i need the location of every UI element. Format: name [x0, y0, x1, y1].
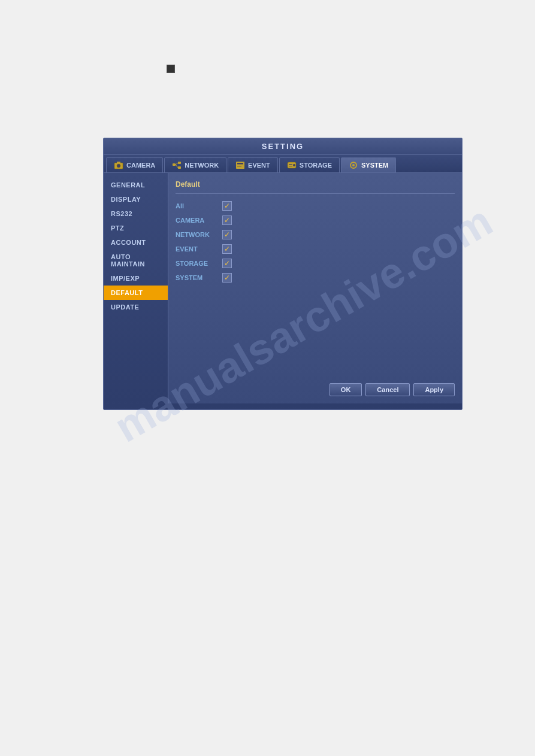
checkbox-system[interactable]: ✓ — [222, 273, 232, 283]
dialog-buttons: OK Cancel Apply — [330, 383, 455, 396]
sidebar: GENERAL DISPLAY RS232 PTZ ACCOUNT AUTO M… — [104, 173, 168, 403]
svg-rect-5 — [178, 166, 181, 169]
sidebar-item-display[interactable]: DISPLAY — [104, 192, 168, 207]
checkbox-row-system: SYSTEM ✓ — [176, 273, 455, 283]
svg-point-1 — [117, 164, 120, 168]
top-camera-icon — [167, 65, 175, 73]
checkbox-storage[interactable]: ✓ — [222, 259, 232, 268]
event-tab-label: EVENT — [248, 162, 270, 169]
dialog-title: SETTING — [104, 138, 462, 155]
camera-tab-icon — [114, 161, 123, 169]
svg-line-6 — [176, 163, 178, 165]
checkbox-label-camera: CAMERA — [176, 217, 217, 224]
tab-network[interactable]: NETWORK — [164, 157, 226, 172]
checkbox-storage-check: ✓ — [224, 260, 230, 267]
checkbox-label-storage: STORAGE — [176, 260, 217, 267]
svg-rect-10 — [237, 165, 243, 165]
page-background: manualsarchive.com SETTING CAMERA — [0, 0, 535, 756]
svg-rect-2 — [117, 162, 120, 163]
checkbox-all[interactable]: ✓ — [222, 201, 232, 211]
section-title: Default — [176, 180, 455, 189]
network-tab-icon — [172, 161, 182, 169]
sidebar-item-account[interactable]: ACCOUNT — [104, 235, 168, 250]
svg-rect-9 — [237, 163, 243, 164]
checkbox-row-network: NETWORK ✓ — [176, 230, 455, 239]
svg-rect-4 — [178, 162, 181, 164]
checkbox-label-system: SYSTEM — [176, 274, 217, 281]
sidebar-item-general[interactable]: GENERAL — [104, 178, 168, 192]
sidebar-item-imp-exp[interactable]: IMP/EXP — [104, 271, 168, 286]
cancel-button[interactable]: Cancel — [365, 383, 410, 396]
storage-tab-label: STORAGE — [300, 162, 332, 169]
tab-system[interactable]: SYSTEM — [341, 157, 396, 172]
checkbox-row-camera: CAMERA ✓ — [176, 215, 455, 225]
checkbox-label-all: All — [176, 202, 217, 210]
event-tab-icon — [235, 161, 245, 169]
svg-line-7 — [176, 165, 178, 168]
apply-button[interactable]: Apply — [413, 383, 455, 396]
svg-point-17 — [352, 164, 355, 166]
checkbox-camera-check: ✓ — [224, 217, 230, 224]
checkbox-label-event: EVENT — [176, 245, 217, 253]
svg-rect-14 — [289, 164, 292, 165]
system-tab-icon — [349, 161, 358, 169]
checkbox-label-network: NETWORK — [176, 231, 217, 238]
checkbox-row-event: EVENT ✓ — [176, 244, 455, 254]
checkbox-row-storage: STORAGE ✓ — [176, 259, 455, 268]
svg-point-13 — [293, 164, 295, 166]
sidebar-item-update[interactable]: UPDATE — [104, 300, 168, 314]
svg-rect-11 — [237, 166, 241, 166]
system-tab-label: SYSTEM — [361, 162, 388, 169]
dialog-content: GENERAL DISPLAY RS232 PTZ ACCOUNT AUTO M… — [104, 173, 462, 403]
sidebar-item-ptz[interactable]: PTZ — [104, 221, 168, 235]
tab-bar: CAMERA NETWORK — [104, 155, 462, 173]
checkbox-system-check: ✓ — [224, 274, 230, 281]
svg-rect-15 — [289, 166, 292, 166]
tab-event[interactable]: EVENT — [228, 157, 278, 172]
camera-tab-label: CAMERA — [126, 162, 155, 169]
tab-camera[interactable]: CAMERA — [106, 157, 163, 172]
sidebar-item-rs232[interactable]: RS232 — [104, 207, 168, 221]
checkbox-camera[interactable]: ✓ — [222, 215, 232, 225]
tab-storage[interactable]: STORAGE — [279, 157, 340, 172]
settings-dialog: SETTING CAMERA — [103, 138, 463, 410]
checkbox-all-check: ✓ — [224, 202, 230, 210]
checkbox-network-check: ✓ — [224, 231, 230, 238]
checkbox-event[interactable]: ✓ — [222, 244, 232, 254]
storage-tab-icon — [287, 161, 297, 169]
main-panel: Default All ✓ CAMERA ✓ NETWORK — [168, 173, 462, 403]
ok-button[interactable]: OK — [330, 383, 362, 396]
network-tab-label: NETWORK — [185, 162, 219, 169]
checkbox-network[interactable]: ✓ — [222, 230, 232, 239]
checkbox-row-all: All ✓ — [176, 201, 455, 211]
sidebar-item-auto-maintain[interactable]: AUTO MAINTAIN — [104, 250, 168, 271]
section-divider — [176, 193, 455, 194]
checkbox-event-check: ✓ — [224, 245, 230, 253]
svg-rect-3 — [173, 163, 176, 166]
sidebar-item-default[interactable]: DEFAULT — [104, 286, 168, 300]
